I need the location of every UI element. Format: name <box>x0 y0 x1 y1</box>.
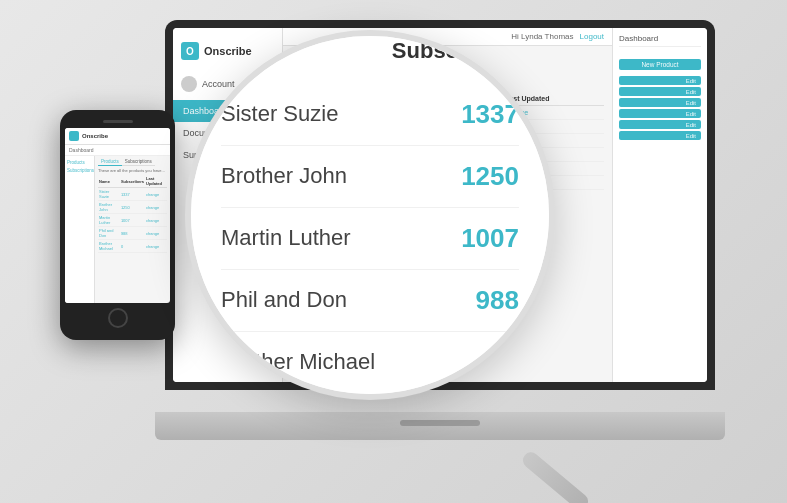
right-panel: Dashboard New Product Edit Edit Edit Edi… <box>612 28 707 382</box>
phone-table-row: Sister Suzie 1337 change <box>98 188 167 201</box>
logout-link[interactable]: Logout <box>580 32 604 41</box>
row-name: Brother John <box>291 120 404 134</box>
phone-table-row: Martin Luther 1007 change <box>98 214 167 227</box>
phone-description: These are all the products you have... <box>98 168 167 173</box>
phone: Onscribe Dashboard Products Subscription… <box>60 110 175 340</box>
phone-app: Onscribe Dashboard Products Subscription… <box>65 128 170 303</box>
main-content: Hi Lynda Thomas Logout Products Subscrip… <box>283 28 612 382</box>
phone-col-date: Last Updated <box>145 175 167 188</box>
sidebar-item-support[interactable]: Support <box>173 144 282 166</box>
phone-body: Onscribe Dashboard Products Subscription… <box>60 110 175 340</box>
scene: O Onscribe Account Dashboard Documentati… <box>0 0 787 503</box>
edit-button-3[interactable]: Edit <box>619 109 701 118</box>
phone-nav-subscriptions: Subscriptions <box>67 166 92 174</box>
col-subscribers: Subscribers <box>404 92 500 106</box>
row-updated: change <box>500 106 604 120</box>
table-row: Auntie Gin change <box>291 176 604 190</box>
phone-header: Onscribe <box>65 128 170 145</box>
edit-button-5[interactable]: Edit <box>619 131 701 140</box>
account-label: Account <box>202 79 235 89</box>
edit-button-0[interactable]: Edit <box>619 76 701 85</box>
phone-speaker <box>103 120 133 123</box>
table-row: Martin Luther 1007 change <box>291 134 604 148</box>
row-subscribers <box>404 176 500 190</box>
laptop-bezel: O Onscribe Account Dashboard Documentati… <box>165 20 715 390</box>
phone-tabs: Products Subscriptions <box>98 158 167 166</box>
product-description: These are all the products you have <box>291 78 604 87</box>
phone-topbar: Dashboard <box>65 145 170 156</box>
sidebar-logo: O Onscribe <box>173 36 282 66</box>
sidebar: O Onscribe Account Dashboard Documentati… <box>173 28 283 382</box>
topbar-user: Hi Lynda Thomas <box>511 32 573 41</box>
phone-col-name: Name <box>98 175 120 188</box>
table-row: Brother Michael 0 change <box>291 162 604 176</box>
row-subscribers: 1337 <box>404 106 500 120</box>
phone-home-button[interactable] <box>108 308 128 328</box>
row-name: Brother Michael <box>291 162 404 176</box>
phone-sidebar: Products Subscriptions <box>65 156 95 303</box>
phone-logo-icon <box>69 131 79 141</box>
row-updated: change <box>500 148 604 162</box>
phone-logo-text: Onscribe <box>82 133 108 139</box>
phone-content: Products Subscriptions Products Subscrip… <box>65 156 170 303</box>
phone-tab-products[interactable]: Products <box>98 158 122 166</box>
laptop-base <box>155 412 725 440</box>
edit-button-1[interactable]: Edit <box>619 87 701 96</box>
logo-text: Onscribe <box>204 45 252 57</box>
topbar: Hi Lynda Thomas Logout <box>283 28 612 46</box>
phone-table-row: Brother John 1250 change <box>98 201 167 214</box>
avatar <box>181 76 197 92</box>
laptop: O Onscribe Account Dashboard Documentati… <box>155 20 725 440</box>
tab-bar: Products Subscriptions <box>291 54 604 72</box>
row-name: Sister Suzie <box>291 106 404 120</box>
app-layout: O Onscribe Account Dashboard Documentati… <box>173 28 707 382</box>
row-updated: change <box>500 176 604 190</box>
row-subscribers: 0 <box>404 162 500 176</box>
row-subscribers: 988 <box>404 148 500 162</box>
new-product-button[interactable]: New Product <box>619 59 701 70</box>
row-name: Martin Luther <box>291 134 404 148</box>
edit-buttons-container: Edit Edit Edit Edit Edit Edit <box>619 76 701 140</box>
row-updated: change <box>500 134 604 148</box>
phone-main: Products Subscriptions These are all the… <box>95 156 170 303</box>
row-updated: change <box>500 120 604 134</box>
sidebar-item-documentation[interactable]: Documentation <box>173 122 282 144</box>
logo-icon: O <box>181 42 199 60</box>
row-subscribers: 1007 <box>404 134 500 148</box>
phone-topbar-label: Dashboard <box>69 147 93 153</box>
phone-table-row: Brother Michael 0 change <box>98 240 167 253</box>
right-panel-header: Dashboard <box>619 34 701 47</box>
row-updated: change <box>500 162 604 176</box>
edit-button-4[interactable]: Edit <box>619 120 701 129</box>
sidebar-item-dashboard[interactable]: Dashboard <box>173 100 282 122</box>
magnifier-handle <box>520 449 592 503</box>
product-area: Products Subscriptions These are all the… <box>283 46 612 198</box>
table-row: Brother John 1250 change <box>291 120 604 134</box>
edit-button-2[interactable]: Edit <box>619 98 701 107</box>
row-name: Auntie Gin <box>291 176 404 190</box>
tab-subscriptions[interactable]: Subscriptions <box>348 54 418 72</box>
sidebar-account: Account <box>173 72 282 96</box>
phone-table-row: Phil and Don 988 change <box>98 227 167 240</box>
row-name: Phil and Don <box>291 148 404 162</box>
col-name: Name <box>291 92 404 106</box>
product-table: Name Subscribers Last Updated Sister Suz… <box>291 92 604 190</box>
phone-screen: Onscribe Dashboard Products Subscription… <box>65 128 170 303</box>
laptop-screen: O Onscribe Account Dashboard Documentati… <box>173 28 707 382</box>
phone-tab-subscriptions[interactable]: Subscriptions <box>122 158 155 166</box>
row-subscribers: 1250 <box>404 120 500 134</box>
col-updated: Last Updated <box>500 92 604 106</box>
tab-products[interactable]: Products <box>291 54 348 72</box>
table-row: Phil and Don 988 change <box>291 148 604 162</box>
phone-nav-products: Products <box>67 158 92 166</box>
table-row: Sister Suzie 1337 change <box>291 106 604 120</box>
phone-col-sub: Subscribers <box>120 175 145 188</box>
phone-table: Name Subscribers Last Updated Sister Suz… <box>98 175 167 253</box>
